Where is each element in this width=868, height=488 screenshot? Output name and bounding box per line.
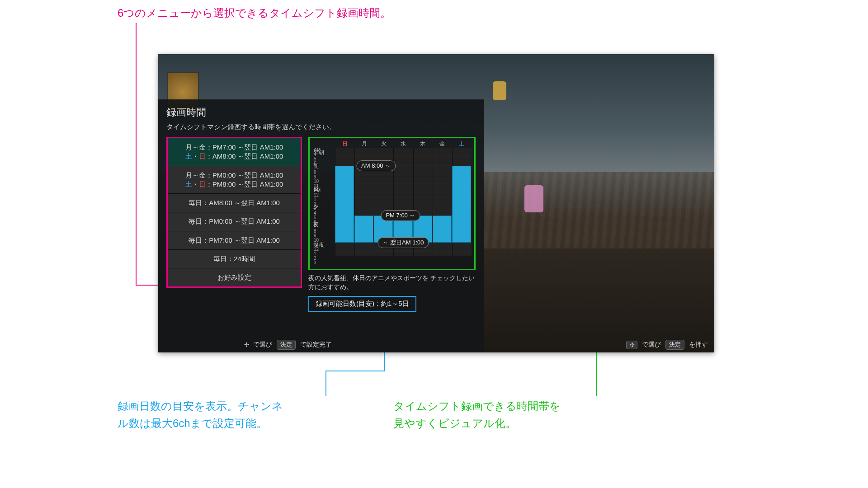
period-label: 深夜 <box>313 241 324 249</box>
period-label: 朝 <box>313 162 319 170</box>
hint-bar-right: ✢ で選び 決定 を押す <box>626 340 708 350</box>
recording-time-panel: 録画時間 タイムシフトマシン録画する時間帯を選んでください。 月～金：PM7:0… <box>158 99 484 352</box>
grid-description: 夜の人気番組、休日のアニメやスポーツを チェックしたい方におすすめ。 <box>308 274 476 291</box>
recording-block <box>354 216 373 243</box>
time-preset-option[interactable]: 月～金：PM7:00 ～翌日 AM1:00土・日：AM8:00 ～翌日 AM1:… <box>168 138 301 166</box>
time-preset-option[interactable]: 月～金：PM0:00 ～翌日 AM1:00土・日：PM8:00 ～翌日 AM1:… <box>168 166 301 194</box>
period-label: 夜 <box>313 221 319 229</box>
period-label: 夕 <box>313 203 319 211</box>
time-tag: AM 8:00 ～ <box>356 160 396 171</box>
dpad-icon: ✢ <box>244 341 249 348</box>
time-preset-option[interactable]: お好み設定 <box>168 268 301 286</box>
time-preset-menu: 月～金：PM7:00 ～翌日 AM1:00土・日：AM8:00 ～翌日 AM1:… <box>166 137 302 288</box>
annotation-bottom-left: 録画日数の目安を表示。チャンネ ル数は最大6chまで設定可能。 <box>118 398 283 432</box>
time-preset-option[interactable]: 毎日：24時間 <box>168 249 301 268</box>
grid-day-header: 日月火水木金土 <box>312 140 472 148</box>
dpad-icon: ✢ <box>626 341 637 349</box>
recordable-days-box: 録画可能日数(目安)：約1～5日 <box>308 296 416 312</box>
grid-day-label: 火 <box>374 140 393 148</box>
time-grid: 日月火水木金土 AM4567891011PM121234567891011121… <box>308 137 476 270</box>
grid-day-label: 月 <box>354 140 374 148</box>
period-label: 昼 <box>313 185 319 192</box>
grid-day-label: 水 <box>393 140 413 148</box>
annotation-bottom-right: タイムシフト録画できる時間帯を 見やすくビジュアル化。 <box>393 398 561 432</box>
time-preset-option[interactable]: 毎日：PM0:00 ～翌日 AM1:00 <box>168 212 301 230</box>
time-preset-option[interactable]: 毎日：PM7:00 ～翌日 AM1:00 <box>168 231 301 249</box>
grid-plot: AM 8:00 ～PM 7:00 ～～ 翌日AM 1:00早朝朝昼夕夜深夜 <box>335 148 472 256</box>
grid-day-label: 金 <box>433 140 452 148</box>
annotation-top: 6つのメニューから選択できるタイムシフト録画時間。 <box>118 5 391 22</box>
hint-nav-right: で選び <box>642 341 661 349</box>
tv-screenshot: 録画時間 タイムシフトマシン録画する時間帯を選んでください。 月～金：PM7:0… <box>158 54 714 352</box>
panel-title: 録画時間 <box>166 106 476 119</box>
key-confirm: 決定 <box>665 340 684 350</box>
period-label: 早朝 <box>313 149 324 156</box>
hint-nav: で選び <box>253 341 272 349</box>
hint-bar-left: ✢ で選び 決定 で設定完了 <box>244 340 332 350</box>
time-tag: ～ 翌日AM 1:00 <box>377 237 429 248</box>
panel-subtitle: タイムシフトマシン録画する時間帯を選んでください。 <box>166 123 476 131</box>
recording-block <box>335 166 354 243</box>
time-tag: PM 7:00 ～ <box>381 210 420 221</box>
hint-confirm-right: を押す <box>689 341 708 349</box>
grid-day-label: 木 <box>413 140 433 148</box>
key-confirm: 決定 <box>277 340 296 350</box>
recording-block <box>433 216 452 243</box>
hint-confirm: で設定完了 <box>300 341 332 349</box>
grid-day-label: 土 <box>452 140 472 148</box>
recording-block <box>452 166 471 243</box>
time-preset-option[interactable]: 毎日：AM8:00 ～翌日 AM1:00 <box>168 193 301 212</box>
grid-day-label: 日 <box>335 140 354 148</box>
